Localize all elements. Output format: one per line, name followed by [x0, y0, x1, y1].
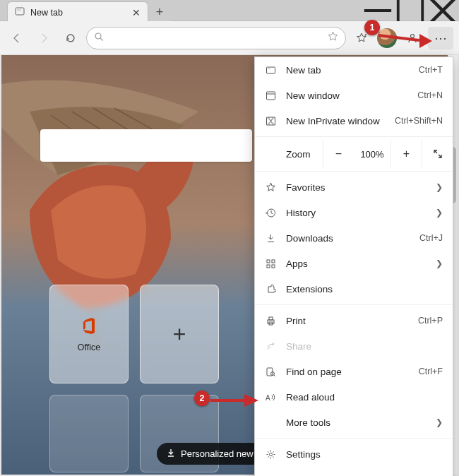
download-icon [167, 448, 175, 459]
chevron-right-icon: ❯ [436, 208, 443, 218]
gear-icon [265, 449, 276, 460]
fullscreen-button[interactable] [422, 140, 453, 168]
minimize-button[interactable] [362, 0, 394, 20]
menu-label: Downloads [286, 233, 410, 244]
apps-icon [265, 258, 276, 269]
star-icon [265, 182, 276, 193]
svg-rect-26 [269, 317, 273, 320]
favorite-star-icon[interactable] [328, 31, 338, 44]
menu-label: New tab [286, 65, 409, 76]
separator [255, 136, 453, 137]
menu-label: Settings [286, 449, 443, 460]
menu-history[interactable]: History ❯ [255, 200, 453, 225]
address-bar[interactable] [86, 27, 346, 49]
inprivate-icon [265, 116, 276, 126]
menu-label: Extensions [286, 284, 443, 294]
menu-new-tab[interactable]: New tab Ctrl+T [255, 57, 453, 83]
menu-label: New InPrivate window [286, 116, 385, 126]
svg-rect-17 [266, 92, 275, 100]
print-icon [265, 316, 276, 326]
tab-close-icon[interactable]: ✕ [132, 7, 141, 18]
menu-favorites[interactable]: Favorites ❯ [255, 174, 453, 200]
svg-marker-34 [419, 34, 432, 48]
svg-point-6 [18, 9, 19, 10]
menu-find[interactable]: Find on page Ctrl+F [255, 359, 453, 384]
refresh-button[interactable] [59, 27, 82, 49]
menu-label: History [286, 208, 426, 218]
zoom-value: 100% [354, 149, 391, 160]
svg-point-15 [268, 68, 268, 69]
svg-point-7 [20, 9, 20, 10]
window-icon [265, 90, 276, 101]
tab-new-tab[interactable]: New tab ✕ [7, 1, 148, 23]
menu-more-tools[interactable]: More tools ❯ [255, 410, 453, 435]
new-tab-icon [265, 65, 276, 76]
menu-print[interactable]: Print Ctrl+P [255, 308, 453, 333]
svg-text:A: A [266, 394, 270, 402]
menu-share: Share [255, 333, 453, 359]
callout-badge-1: 1 [364, 20, 380, 35]
menu-read-aloud[interactable]: A Read aloud [255, 384, 453, 410]
callout-arrow-2 [209, 393, 258, 410]
shortcut: Ctrl+J [419, 233, 443, 243]
svg-rect-22 [272, 260, 275, 263]
chevron-right-icon: ❯ [436, 182, 443, 192]
quick-links-row-1: Office + [49, 285, 219, 383]
menu-label: More tools [286, 417, 426, 428]
callout-arrow-1 [376, 28, 432, 49]
menu-settings[interactable]: Settings [255, 441, 453, 467]
menu-downloads[interactable]: Downloads Ctrl+J [255, 225, 453, 251]
menu-label: Share [286, 341, 443, 352]
new-tab-button[interactable]: + [148, 1, 171, 23]
tile-office[interactable]: Office [49, 285, 129, 383]
separator [255, 171, 453, 172]
svg-point-5 [17, 9, 18, 10]
shortcut: Ctrl+F [419, 367, 443, 376]
menu-zoom: Zoom − 100% + [255, 140, 453, 168]
svg-rect-14 [266, 67, 275, 73]
svg-point-32 [269, 453, 272, 456]
tile-add[interactable]: + [140, 285, 219, 383]
chevron-right-icon: ❯ [436, 417, 443, 427]
menu-label: Find on page [286, 367, 409, 377]
separator [255, 304, 453, 305]
menu-extensions[interactable]: Extensions [255, 276, 453, 302]
read-aloud-icon: A [265, 392, 276, 403]
tile-label: Office [78, 343, 100, 352]
maximize-button[interactable] [394, 0, 427, 20]
menu-label: Print [286, 316, 408, 326]
svg-line-9 [100, 38, 102, 40]
menu-apps[interactable]: Apps ❯ [255, 251, 453, 276]
tile-empty[interactable] [49, 395, 129, 472]
share-icon [265, 341, 276, 352]
pill-label: Personalized new [181, 448, 254, 459]
zoom-in-button[interactable]: + [391, 140, 422, 168]
shortcut: Ctrl+T [419, 65, 443, 75]
close-window-button[interactable] [427, 0, 459, 20]
svg-line-33 [378, 35, 419, 40]
forward-button[interactable] [32, 27, 55, 49]
svg-point-16 [269, 68, 270, 69]
menu-help[interactable]: Help and feedback ❯ [255, 467, 453, 476]
menu-label: Favorites [286, 182, 426, 193]
menu-label: New window [286, 90, 407, 101]
personalize-button[interactable]: Personalized new [157, 443, 263, 465]
svg-rect-24 [272, 265, 275, 268]
back-button[interactable] [6, 27, 28, 49]
svg-rect-21 [267, 260, 270, 263]
office-icon [79, 316, 99, 335]
menu-label: Apps [286, 258, 426, 269]
menu-inprivate[interactable]: New InPrivate window Ctrl+Shift+N [255, 108, 453, 133]
search-icon [94, 32, 104, 44]
svg-rect-23 [267, 265, 270, 268]
chevron-right-icon: ❯ [436, 258, 443, 268]
svg-line-30 [274, 375, 275, 376]
menu-new-window[interactable]: New window Ctrl+N [255, 83, 453, 108]
ntp-search-box[interactable] [40, 129, 252, 162]
shortcut: Ctrl+Shift+N [395, 116, 443, 126]
shortcut: Ctrl+P [418, 316, 443, 326]
page-icon [15, 6, 25, 18]
zoom-out-button[interactable]: − [323, 140, 354, 168]
menu-label: Read aloud [286, 392, 443, 403]
svg-rect-4 [16, 8, 24, 15]
